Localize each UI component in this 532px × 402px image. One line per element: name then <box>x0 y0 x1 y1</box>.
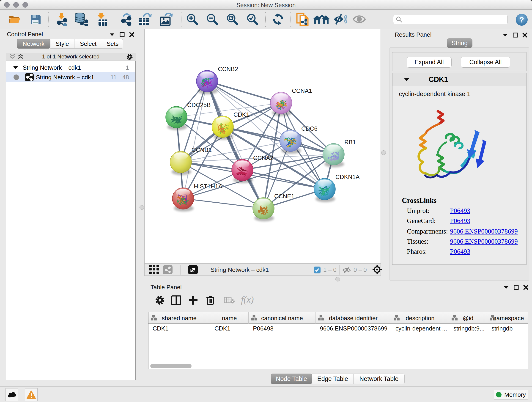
delete-table-button[interactable] <box>224 296 235 304</box>
graph-node-CDKN1A[interactable]: CDKN1A <box>314 173 360 202</box>
export-network-button[interactable] <box>120 13 133 26</box>
graph-node-CCNA1[interactable]: CCNA1 <box>270 87 312 116</box>
graph-edge-CCNB2-CCNA1[interactable] <box>207 81 281 103</box>
panel-float-icon[interactable] <box>513 32 518 38</box>
zoom-out-button[interactable] <box>206 13 218 26</box>
function-builder-button[interactable]: f(x) <box>241 294 254 305</box>
zoom-in-button[interactable] <box>186 13 198 26</box>
tab-node-table[interactable]: Node Table <box>271 374 312 384</box>
results-entry-header[interactable]: CDK1 <box>393 73 526 86</box>
table-settings-button[interactable] <box>155 295 165 305</box>
table-cell[interactable]: CDK1 <box>148 324 210 333</box>
panel-float-icon[interactable] <box>120 32 125 37</box>
network-type-button[interactable] <box>163 265 172 274</box>
panel-float-icon[interactable] <box>514 285 519 290</box>
first-neighbors-button[interactable] <box>313 13 330 25</box>
column-header-description[interactable]: description <box>391 312 449 324</box>
network-collection-row[interactable]: String Network – cdk1 1 <box>6 63 135 72</box>
tab-edge-table[interactable]: Edge Table <box>312 374 354 384</box>
clone-network-button[interactable] <box>296 12 309 26</box>
tab-style[interactable]: Style <box>51 39 75 49</box>
network-canvas[interactable]: CCNB2CCNA1CDC25BCDK1CDC6RB1CCNB1CCNA2CDK… <box>144 29 381 263</box>
right-splitter-handle[interactable] <box>381 150 386 155</box>
column-header-database-identifier[interactable]: database identifier <box>316 312 391 324</box>
crosslink-link[interactable]: 9606.ENSP00000378699 <box>450 238 518 245</box>
panel-close-icon[interactable] <box>522 32 527 38</box>
tab-select[interactable]: Select <box>75 39 102 49</box>
open-in-window-button[interactable] <box>188 265 198 274</box>
network-row-selected[interactable]: String Network – cdk1 11 48 <box>6 72 135 82</box>
left-splitter-handle[interactable] <box>139 205 144 210</box>
table-cell[interactable]: cyclin-dependent ... <box>391 324 449 333</box>
graph-node-CCNE1[interactable]: CCNE1 <box>253 193 294 221</box>
crosslink-link[interactable]: P06493 <box>450 207 470 215</box>
open-session-button[interactable] <box>9 14 21 25</box>
crosslink-link[interactable]: P06493 <box>450 248 470 255</box>
bottom-splitter-handle[interactable] <box>336 277 340 281</box>
crosslink-link[interactable]: P06493 <box>450 217 470 225</box>
tab-sets[interactable]: Sets <box>102 39 123 49</box>
tree-expander-icon[interactable] <box>13 65 19 70</box>
network-node-count: 11 <box>110 74 117 81</box>
table-cell[interactable]: stringdb:9... <box>449 324 487 333</box>
cloud-button[interactable] <box>6 388 18 401</box>
table-cell[interactable]: stringdb <box>487 324 528 333</box>
import-network-file-button[interactable] <box>56 13 67 26</box>
show-column-button[interactable] <box>171 295 181 305</box>
graph-node-HIST1H1A[interactable]: HIST1H1A <box>172 183 222 211</box>
tab-network[interactable]: Network <box>17 39 51 49</box>
graph-node-CCNB2[interactable]: CCNB2 <box>196 65 238 94</box>
help-button[interactable]: ? <box>516 14 528 26</box>
memory-button[interactable]: Memory <box>494 390 528 400</box>
table-row[interactable]: CDK1CDK1P064939606.ENSP00000378699cyclin… <box>148 324 528 333</box>
show-all-button[interactable] <box>353 14 366 24</box>
export-table-button[interactable] <box>138 13 152 26</box>
warnings-button[interactable] <box>25 388 38 401</box>
column-header-canonical-name[interactable]: canonical name <box>249 312 316 324</box>
tab-network-table[interactable]: Network Table <box>354 374 405 384</box>
zoom-selected-button[interactable] <box>246 13 259 26</box>
delete-column-button[interactable] <box>206 295 215 305</box>
graph-edge-CCNB2-HIST1H1A[interactable] <box>183 81 207 198</box>
expand-all-button[interactable]: Expand All <box>407 57 452 68</box>
panel-menu-icon[interactable] <box>109 33 115 36</box>
selected-checkbox-icon[interactable] <box>314 267 321 274</box>
column-header-name[interactable]: name <box>210 312 249 324</box>
results-tab-string[interactable]: String <box>447 38 472 48</box>
grid-view-button[interactable] <box>149 265 159 274</box>
node-gloss-highlight <box>256 199 271 206</box>
table-panel: Table Panel <box>144 283 531 386</box>
refresh-view-button[interactable] <box>272 13 285 25</box>
column-header-shared-name[interactable]: shared name <box>148 312 210 324</box>
birdseye-button[interactable] <box>372 265 382 274</box>
panel-menu-icon[interactable] <box>502 33 508 37</box>
table-hscrollbar-thumb[interactable] <box>150 364 191 368</box>
panel-close-icon[interactable] <box>129 32 134 37</box>
graph-edge-CCNA2-CDKN1A[interactable] <box>242 170 325 189</box>
panel-menu-icon[interactable] <box>503 286 509 289</box>
import-network-database-button[interactable] <box>74 13 88 26</box>
hide-selected-button[interactable] <box>334 14 347 25</box>
entry-expander-icon[interactable] <box>404 77 410 82</box>
column-header--id[interactable]: @id <box>449 312 487 324</box>
graph-node-CDK1[interactable]: CDK1 <box>212 111 249 140</box>
crosslink-link[interactable]: 9606.ENSP00000378699 <box>450 228 518 235</box>
import-table-file-button[interactable] <box>96 13 108 26</box>
table-cell[interactable]: 9606.ENSP00000378699 <box>316 324 391 333</box>
column-header-namespace[interactable]: namespace <box>487 312 528 324</box>
panel-close-icon[interactable] <box>523 285 528 290</box>
gear-icon <box>155 295 165 305</box>
create-column-button[interactable] <box>188 295 198 305</box>
table-cell[interactable]: P06493 <box>249 324 316 333</box>
table-hscrollbar[interactable] <box>149 364 527 368</box>
export-image-button[interactable] <box>159 13 173 26</box>
search-input[interactable] <box>403 16 507 23</box>
zoom-fit-button[interactable] <box>226 13 239 26</box>
gear-icon[interactable] <box>127 54 133 60</box>
table-cell[interactable]: CDK1 <box>210 324 249 333</box>
save-session-button[interactable] <box>30 14 41 25</box>
graph-edge-HIST1H1A-CCNE1[interactable] <box>183 198 264 208</box>
graph-node-CDC25B[interactable]: CDC25B <box>166 102 211 130</box>
graph-node-RB1[interactable]: RB1 <box>323 139 356 167</box>
collapse-all-button[interactable]: Collapse All <box>461 57 510 68</box>
